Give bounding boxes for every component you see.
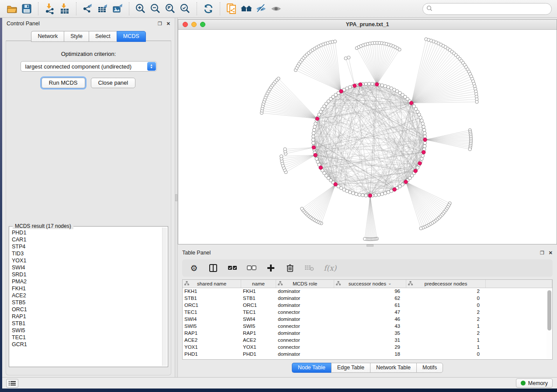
- search-box[interactable]: [422, 3, 552, 15]
- mcds-result-item[interactable]: RAP1: [12, 313, 162, 320]
- cell-MCDS-role[interactable]: dominator: [276, 316, 334, 323]
- refresh-icon[interactable]: [201, 1, 216, 16]
- cell-shared-name[interactable]: RAP1: [183, 330, 241, 337]
- close-panel-icon[interactable]: ✕: [549, 251, 553, 255]
- cell-MCDS-role[interactable]: connector: [276, 309, 334, 316]
- mcds-result-item[interactable]: SWI4: [12, 264, 162, 271]
- cell-name[interactable]: ORC1: [241, 302, 276, 309]
- zoom-selected-icon[interactable]: [178, 1, 193, 16]
- add-column-icon[interactable]: [266, 263, 276, 273]
- mcds-result-item[interactable]: YOX1: [12, 257, 162, 264]
- clone-network-icon[interactable]: [224, 1, 239, 16]
- mcds-result-item[interactable]: CAR1: [12, 236, 162, 243]
- mcds-result-item[interactable]: TEC1: [12, 334, 162, 341]
- cell-shared-name[interactable]: YOX1: [183, 344, 241, 351]
- tab-select[interactable]: Select: [89, 31, 117, 42]
- cell-successor-nodes[interactable]: 61: [334, 302, 406, 309]
- cell-shared-name[interactable]: ACE2: [183, 337, 241, 344]
- cell-name[interactable]: SWI5: [241, 323, 276, 330]
- cell-MCDS-role[interactable]: connector: [276, 344, 334, 351]
- cell-successor-nodes[interactable]: 35: [334, 330, 406, 337]
- cell-name[interactable]: PHD1: [241, 351, 276, 358]
- cell-MCDS-role[interactable]: connector: [276, 337, 334, 344]
- table-row[interactable]: RAP1RAP1dominator352: [183, 330, 546, 337]
- cell-MCDS-role[interactable]: dominator: [276, 302, 334, 309]
- mcds-result-item[interactable]: STB1: [12, 320, 162, 327]
- network-window-titlebar[interactable]: YPA_prune.txt_1: [178, 20, 557, 30]
- cell-successor-nodes[interactable]: 31: [334, 337, 406, 344]
- save-session-icon[interactable]: [19, 1, 34, 16]
- zoom-in-icon[interactable]: [133, 1, 148, 16]
- cell-shared-name[interactable]: FKH1: [183, 288, 241, 295]
- deselect-all-icon[interactable]: [247, 263, 256, 273]
- delete-column-icon[interactable]: [285, 263, 295, 273]
- memory-button[interactable]: Memory: [516, 378, 553, 388]
- mcds-result-item[interactable]: STP4: [12, 243, 162, 250]
- table-row[interactable]: YOX1YOX1connector291: [183, 344, 546, 351]
- mcds-result-list[interactable]: PHD1CAR1STP4TID3YOX1SWI4SRD1PMA2FKH1ACE2…: [12, 229, 162, 366]
- import-table-icon[interactable]: [57, 1, 72, 16]
- cell-successor-nodes[interactable]: 46: [334, 316, 406, 323]
- close-panel-button[interactable]: Close panel: [91, 78, 136, 88]
- table-row[interactable]: ORC1ORC1dominator610: [183, 302, 546, 309]
- cell-shared-name[interactable]: SWI4: [183, 316, 241, 323]
- cell-name[interactable]: TEC1: [241, 309, 276, 316]
- cell-predecessor-nodes[interactable]: 2: [406, 288, 486, 295]
- table-row[interactable]: ACE2ACE2connector311: [183, 337, 546, 344]
- cell-shared-name[interactable]: PHD1: [183, 351, 241, 358]
- cell-predecessor-nodes[interactable]: 0: [406, 302, 486, 309]
- run-mcds-button[interactable]: Run MCDS: [42, 78, 85, 88]
- hide-selected-icon[interactable]: [254, 1, 269, 16]
- mcds-result-item[interactable]: STB5: [12, 299, 162, 306]
- select-all-icon[interactable]: [228, 263, 237, 273]
- search-input[interactable]: [435, 5, 544, 13]
- cell-shared-name[interactable]: TEC1: [183, 309, 241, 316]
- cell-MCDS-role[interactable]: dominator: [276, 295, 334, 302]
- cell-name[interactable]: ACE2: [241, 337, 276, 344]
- table-scrollbar[interactable]: [547, 289, 552, 359]
- column-header-predecessor-nodes[interactable]: predecessor nodes: [406, 280, 486, 288]
- splitter-grip[interactable]: [175, 194, 177, 201]
- cell-MCDS-role[interactable]: dominator: [276, 330, 334, 337]
- mcds-result-item[interactable]: SWI5: [12, 327, 162, 334]
- table-row[interactable]: TEC1TEC1connector472: [183, 309, 546, 316]
- zoom-fit-icon[interactable]: [163, 1, 178, 16]
- mcds-result-item[interactable]: ACE2: [12, 292, 162, 299]
- cell-predecessor-nodes[interactable]: 2: [406, 330, 486, 337]
- cell-predecessor-nodes[interactable]: 2: [406, 316, 486, 323]
- optimization-select[interactable]: largest connected component (undirected)…: [21, 61, 157, 72]
- cell-predecessor-nodes[interactable]: 1: [406, 344, 486, 351]
- tab-network[interactable]: Network: [31, 31, 64, 42]
- import-network-icon[interactable]: [42, 1, 57, 16]
- cell-predecessor-nodes[interactable]: 1: [406, 323, 486, 330]
- cell-predecessor-nodes[interactable]: 2: [406, 309, 486, 316]
- cell-successor-nodes[interactable]: 43: [334, 323, 406, 330]
- column-header-shared-name[interactable]: shared name: [183, 280, 241, 288]
- cell-successor-nodes[interactable]: 29: [334, 344, 406, 351]
- scrollbar-thumb[interactable]: [547, 290, 551, 330]
- cell-successor-nodes[interactable]: 18: [334, 351, 406, 358]
- close-panel-icon[interactable]: ✕: [166, 21, 170, 26]
- cell-name[interactable]: SWI4: [241, 316, 276, 323]
- export-network-icon[interactable]: [80, 1, 95, 16]
- task-history-button[interactable]: [6, 379, 18, 388]
- show-all-icon[interactable]: [269, 1, 284, 16]
- show-columns-icon[interactable]: [208, 263, 218, 273]
- tab-network-table[interactable]: Network Table: [370, 363, 416, 373]
- export-table-icon[interactable]: [95, 1, 110, 16]
- tab-edge-table[interactable]: Edge Table: [331, 363, 370, 373]
- mcds-result-item[interactable]: SRD1: [12, 271, 162, 278]
- float-panel-icon[interactable]: ❐: [540, 251, 544, 255]
- cell-shared-name[interactable]: STB1: [183, 295, 241, 302]
- cell-name[interactable]: FKH1: [241, 288, 276, 295]
- cell-shared-name[interactable]: SWI5: [183, 323, 241, 330]
- mcds-result-item[interactable]: ORC1: [12, 306, 162, 313]
- cell-predecessor-nodes[interactable]: 0: [406, 351, 486, 358]
- cell-successor-nodes[interactable]: 62: [334, 295, 406, 302]
- cell-predecessor-nodes[interactable]: 1: [406, 337, 486, 344]
- mcds-result-scrollbar[interactable]: [162, 227, 167, 366]
- cell-MCDS-role[interactable]: connector: [276, 323, 334, 330]
- table-row[interactable]: SWI5SWI5connector431: [183, 323, 546, 330]
- mcds-result-item[interactable]: FKH1: [12, 285, 162, 292]
- table-row[interactable]: FKH1FKH1dominator962: [183, 288, 546, 295]
